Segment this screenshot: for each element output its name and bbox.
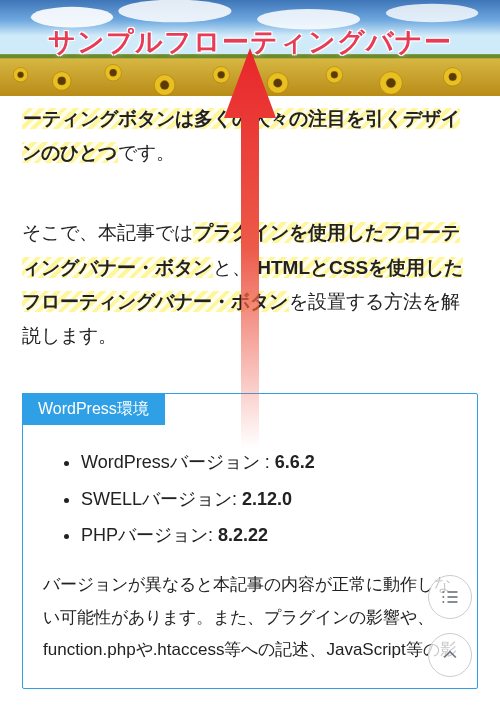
svg-point-14 <box>160 81 169 90</box>
svg-point-8 <box>17 72 23 78</box>
list-item: WordPressバージョン : 6.6.2 <box>81 446 457 478</box>
svg-point-18 <box>273 79 282 88</box>
floating-banner[interactable]: サンプルフローティングバナー <box>0 0 500 96</box>
list-item: SWELLバージョン: 2.12.0 <box>81 483 457 515</box>
environment-note: バージョンが異なると本記事の内容が正常に動作しない可能性があります。また、プラグ… <box>43 569 457 666</box>
toc-button[interactable] <box>428 575 472 619</box>
svg-point-26 <box>442 591 444 593</box>
svg-point-12 <box>110 69 117 76</box>
banner-title: サンプルフローティングバナー <box>48 18 452 67</box>
paragraph-2: そこで、本記事ではプラグインを使用したフローティングバナー・ボタンと、 HTML… <box>22 216 478 353</box>
environment-box: WordPress環境 WordPressバージョン : 6.6.2 SWELL… <box>22 393 478 689</box>
page-scroll[interactable]: サンプルフローティングバナー ーティングボタンは多くの人々の注目を引くデザインの… <box>0 0 500 723</box>
svg-point-27 <box>442 596 444 598</box>
back-to-top-button[interactable] <box>428 633 472 677</box>
paragraph-1: ーティングボタンは多くの人々の注目を引くデザインのひとつです。 <box>22 102 478 170</box>
svg-point-20 <box>331 71 338 78</box>
svg-point-24 <box>449 73 457 81</box>
svg-point-16 <box>218 71 225 78</box>
article-body: ーティングボタンは多くの人々の注目を引くデザインのひとつです。 そこで、本記事で… <box>0 96 500 723</box>
toc-icon <box>440 587 460 607</box>
highlight-text: ーティングボタンは多くの人々の注目を引くデザインのひとつ <box>22 108 460 163</box>
environment-title: WordPress環境 <box>22 393 165 425</box>
svg-point-10 <box>58 77 66 85</box>
list-item: PHPバージョン: 8.2.22 <box>81 519 457 551</box>
svg-point-28 <box>442 601 444 603</box>
environment-list: WordPressバージョン : 6.6.2 SWELLバージョン: 2.12.… <box>81 446 457 551</box>
svg-point-22 <box>386 78 395 87</box>
chevron-up-icon <box>440 645 460 665</box>
